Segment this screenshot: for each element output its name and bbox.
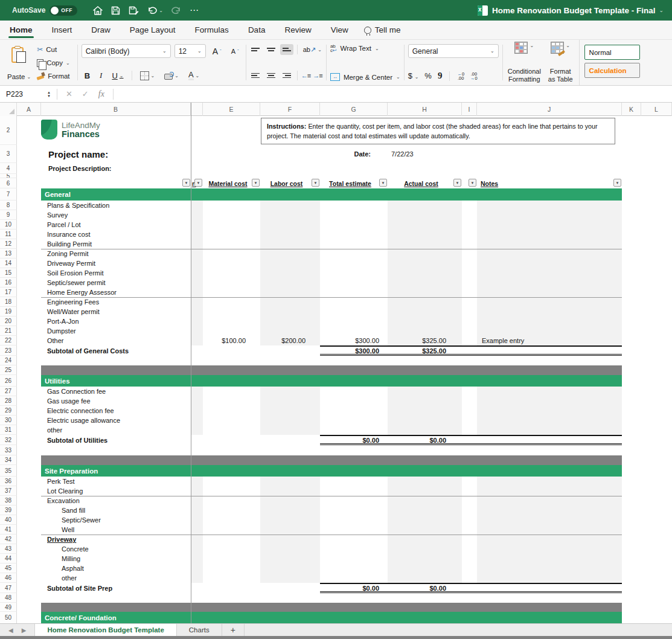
column-header-K[interactable]: K bbox=[622, 103, 641, 116]
subtotal-actual[interactable]: $325.00 bbox=[388, 345, 462, 356]
filter-button-J[interactable]: ▼ bbox=[613, 179, 621, 187]
value-E22[interactable]: $100.00 bbox=[203, 336, 260, 345]
row-number-46[interactable]: 46 bbox=[0, 573, 17, 583]
row-number-7[interactable]: 7 bbox=[0, 188, 17, 201]
tab-formulas[interactable]: Formulas bbox=[185, 21, 238, 39]
input-cell-J[interactable] bbox=[477, 396, 622, 406]
row-number-28[interactable]: 28 bbox=[0, 396, 17, 406]
column-header-hidden[interactable] bbox=[191, 103, 203, 116]
row-number-27[interactable]: 27 bbox=[0, 387, 17, 396]
input-cell-J[interactable] bbox=[477, 496, 622, 506]
save-icon[interactable] bbox=[111, 6, 120, 15]
input-cell-F[interactable] bbox=[260, 287, 320, 297]
row-number-6[interactable]: 6 bbox=[0, 178, 17, 188]
input-cell-C[interactable] bbox=[191, 425, 203, 435]
format-as-table-chevron-icon[interactable]: ⌄ bbox=[566, 42, 570, 50]
input-cell-F[interactable] bbox=[260, 220, 320, 230]
project-name-label[interactable]: Project name: bbox=[41, 145, 191, 163]
row-number-36[interactable]: 36 bbox=[0, 477, 17, 486]
font-name-chevron-icon[interactable]: ⌄ bbox=[162, 48, 167, 54]
input-cell-F[interactable] bbox=[260, 201, 320, 210]
sheet-tab-charts[interactable]: Charts bbox=[177, 624, 222, 636]
input-cell-J[interactable] bbox=[477, 425, 622, 435]
input-cell-H[interactable] bbox=[388, 316, 462, 326]
paste-chevron-icon[interactable]: ⌄ bbox=[27, 74, 31, 80]
input-cell-F[interactable] bbox=[260, 278, 320, 287]
style-calculation[interactable]: Calculation bbox=[584, 63, 640, 78]
row-number-4[interactable]: 4 bbox=[0, 163, 17, 174]
row-number-39[interactable]: 39 bbox=[0, 506, 17, 515]
increase-font-button[interactable]: Aˆ bbox=[210, 46, 225, 57]
add-sheet-button[interactable]: + bbox=[222, 624, 245, 636]
style-normal[interactable]: Normal bbox=[584, 45, 640, 60]
input-cell-C[interactable] bbox=[191, 336, 203, 345]
subtotal-estimate[interactable]: $0.00 bbox=[320, 583, 388, 593]
borders-chevron-icon[interactable]: ⌄ bbox=[151, 73, 155, 79]
filter-button-F[interactable]: ▼ bbox=[312, 179, 319, 187]
input-cell-C[interactable] bbox=[191, 396, 203, 406]
input-cell-F[interactable] bbox=[260, 316, 320, 326]
input-cell-H[interactable] bbox=[388, 220, 462, 230]
project-description-label[interactable]: Project Description: bbox=[41, 163, 191, 174]
input-cell-J[interactable] bbox=[477, 316, 622, 326]
input-cell-F[interactable] bbox=[260, 564, 320, 573]
orientation-chevron-icon[interactable]: ⌄ bbox=[318, 47, 322, 53]
item-label[interactable]: Driveway bbox=[41, 535, 191, 544]
row-number-11[interactable]: 11 bbox=[0, 230, 17, 239]
item-label[interactable]: Other bbox=[41, 336, 191, 345]
comma-style-button[interactable]: 9 bbox=[438, 71, 443, 81]
enter-icon[interactable]: ✓ bbox=[77, 89, 94, 98]
subtotal-label[interactable]: Subtotal of Utilities bbox=[41, 435, 191, 445]
date-value[interactable]: 7/22/23 bbox=[388, 145, 462, 163]
column-header-B[interactable]: B bbox=[41, 103, 191, 116]
align-right-button[interactable] bbox=[280, 70, 293, 81]
font-size-combo[interactable]: 12⌄ bbox=[174, 44, 206, 58]
format-painter-button[interactable]: Format bbox=[34, 71, 72, 80]
input-cell-J[interactable] bbox=[477, 515, 622, 525]
input-cell-C[interactable] bbox=[191, 258, 203, 268]
row-number-30[interactable]: 30 bbox=[0, 416, 17, 425]
input-cell-F[interactable] bbox=[260, 535, 320, 544]
row-number-15[interactable]: 15 bbox=[0, 268, 17, 278]
row-number-31[interactable]: 31 bbox=[0, 425, 17, 435]
input-cell-H[interactable] bbox=[388, 564, 462, 573]
filter-header-J[interactable]: Notes bbox=[477, 178, 622, 188]
row-number-18[interactable]: 18 bbox=[0, 297, 17, 307]
input-cell-F[interactable] bbox=[260, 406, 320, 416]
input-cell-J[interactable] bbox=[477, 477, 622, 486]
filter-button-B[interactable]: ▼ bbox=[182, 179, 190, 187]
next-sheet-icon[interactable]: ▶ bbox=[22, 627, 27, 634]
row-number-17[interactable]: 17 bbox=[0, 287, 17, 297]
font-color-chevron-icon[interactable]: ⌄ bbox=[196, 73, 200, 79]
input-cell-J[interactable] bbox=[477, 297, 622, 307]
borders-button[interactable]: ⌄ bbox=[137, 71, 158, 81]
input-cell-C[interactable] bbox=[191, 297, 203, 307]
autosave-toggle[interactable]: AutoSave OFF bbox=[12, 5, 77, 16]
input-cell-H[interactable] bbox=[388, 287, 462, 297]
input-cell-F[interactable] bbox=[260, 573, 320, 583]
more-commands-icon[interactable]: ⋯ bbox=[190, 5, 200, 16]
input-cell-J[interactable] bbox=[477, 387, 622, 396]
conditional-formatting-button[interactable]: ⌄ ConditionalFormatting bbox=[504, 40, 545, 85]
name-box[interactable]: P223 bbox=[0, 86, 45, 103]
bold-button[interactable]: B bbox=[82, 71, 93, 81]
item-label[interactable]: Building Permit bbox=[41, 239, 191, 249]
input-cell-F[interactable] bbox=[260, 425, 320, 435]
column-header-L[interactable]: L bbox=[641, 103, 672, 116]
input-cell-J[interactable] bbox=[477, 239, 622, 249]
filter-button-E[interactable]: ▼ bbox=[252, 179, 260, 187]
row-number-47[interactable]: 47 bbox=[0, 583, 17, 593]
item-label[interactable]: Sand fill bbox=[41, 506, 191, 515]
wrap-text-button[interactable]: abc↩ Wrap Text ⌄ bbox=[330, 44, 400, 53]
input-cell-F[interactable] bbox=[260, 239, 320, 249]
autosave-switch[interactable]: OFF bbox=[50, 5, 77, 16]
row-number-48[interactable]: 48 bbox=[0, 593, 17, 603]
tab-draw[interactable]: Draw bbox=[82, 21, 120, 39]
orientation-button[interactable]: ab↗⌄ bbox=[301, 46, 324, 54]
font-size-chevron-icon[interactable]: ⌄ bbox=[197, 48, 202, 54]
filter-header-H[interactable]: Actual cost bbox=[388, 178, 462, 188]
row-number-43[interactable]: 43 bbox=[0, 544, 17, 554]
input-cell-J[interactable] bbox=[477, 278, 622, 287]
tab-home[interactable]: Home bbox=[0, 21, 42, 39]
row-number-41[interactable]: 41 bbox=[0, 525, 17, 535]
